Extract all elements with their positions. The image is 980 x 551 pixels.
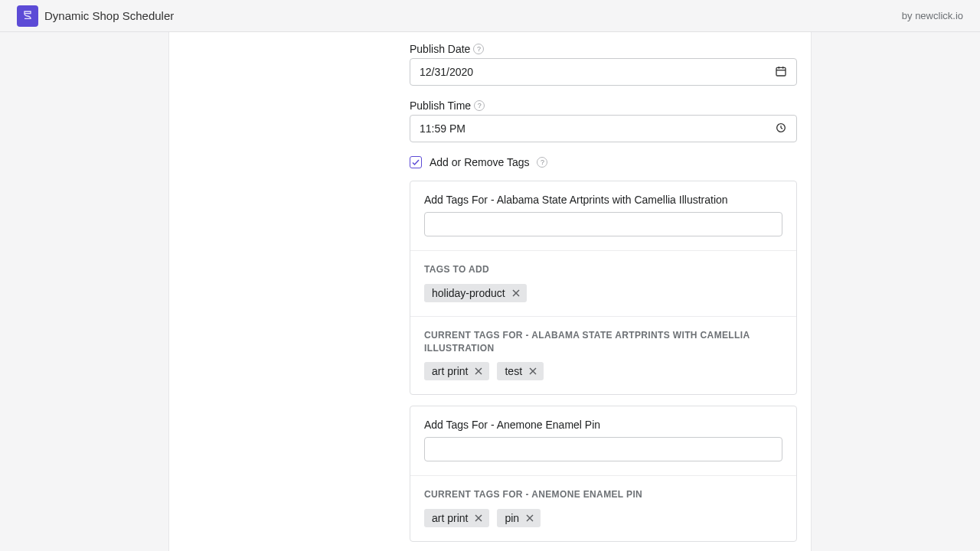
svg-line-6 (781, 128, 782, 129)
help-icon[interactable]: ? (537, 157, 547, 168)
remove-tag-icon[interactable] (525, 514, 534, 523)
add-tags-input[interactable] (424, 212, 782, 236)
add-remove-tags-checkbox[interactable] (410, 156, 422, 168)
remove-tag-icon[interactable] (474, 367, 483, 376)
add-remove-tags-label: Add or Remove Tags (430, 156, 529, 168)
add-tags-input[interactable] (424, 437, 782, 461)
remove-tag-icon[interactable] (474, 514, 483, 523)
add-tags-label: Add Tags For - Anemone Enamel Pin (424, 419, 782, 431)
publish-date-value: 12/31/2020 (420, 66, 473, 78)
tags-to-add-list: holiday-product (424, 284, 782, 302)
product-tags-panel: Add Tags For - Alabama State Artprints w… (410, 181, 797, 395)
tag-label: test (505, 365, 522, 377)
clock-icon (775, 122, 787, 136)
publish-date-label: Publish Date ? (410, 43, 797, 55)
remove-tag-icon[interactable] (528, 367, 537, 376)
publish-time-value: 11:59 PM (420, 122, 466, 135)
calendar-icon (775, 65, 787, 80)
current-tags-list: art print test (424, 362, 782, 380)
publish-date-input[interactable]: 12/31/2020 (410, 58, 797, 86)
remove-tag-icon[interactable] (511, 289, 521, 298)
current-tags-heading: CURRENT TAGS FOR - ANEMONE ENAMEL PIN (424, 488, 782, 501)
byline: by newclick.io (902, 10, 963, 21)
tag-label: art print (432, 365, 468, 377)
publish-time-label: Publish Time ? (410, 99, 797, 112)
app-icon (17, 5, 38, 27)
help-icon[interactable]: ? (474, 100, 485, 111)
tag-chip: pin (497, 509, 541, 527)
tag-chip: test (497, 362, 544, 380)
tag-label: pin (505, 512, 519, 524)
tag-label: art print (432, 512, 468, 524)
publish-time-input[interactable]: 11:59 PM (410, 115, 797, 142)
tag-chip: art print (424, 362, 489, 380)
app-header: Dynamic Shop Scheduler by newclick.io (0, 0, 980, 32)
tag-label: holiday-product (432, 287, 505, 299)
current-tags-list: art print pin (424, 509, 782, 527)
help-icon[interactable]: ? (473, 44, 484, 54)
app-brand: Dynamic Shop Scheduler (17, 5, 174, 27)
tag-chip: art print (424, 509, 489, 527)
svg-rect-0 (776, 67, 786, 76)
current-tags-heading: CURRENT TAGS FOR - ALABAMA STATE ARTPRIN… (424, 329, 782, 355)
main-card: Publish Date ? 12/31/2020 Publish Time ?… (168, 32, 812, 551)
product-tags-panel: Add Tags For - Anemone Enamel Pin CURREN… (410, 406, 797, 542)
add-remove-tags-row: Add or Remove Tags ? (410, 156, 797, 168)
app-title: Dynamic Shop Scheduler (44, 9, 174, 22)
tag-chip: holiday-product (424, 284, 527, 302)
add-tags-label: Add Tags For - Alabama State Artprints w… (424, 194, 782, 206)
tags-to-add-heading: TAGS TO ADD (424, 263, 782, 276)
